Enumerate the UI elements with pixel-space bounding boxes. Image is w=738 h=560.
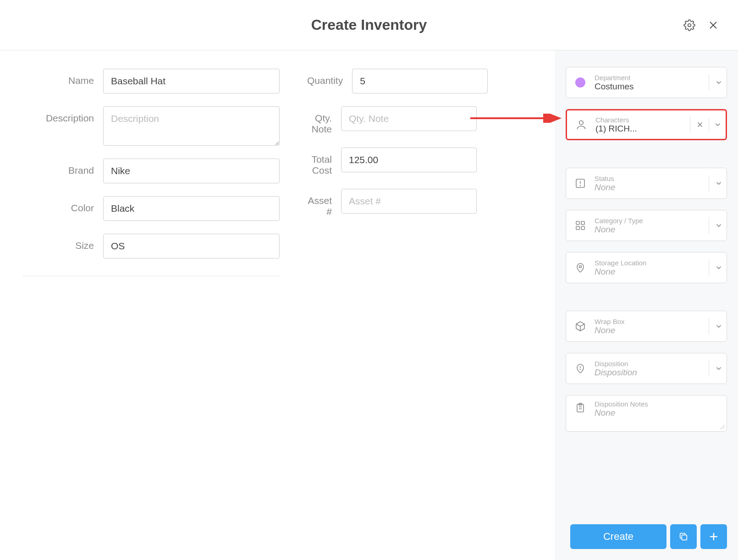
gear-icon[interactable] bbox=[683, 19, 696, 32]
header-actions bbox=[683, 19, 720, 32]
status-value: None bbox=[595, 182, 705, 192]
department-value: Costumes bbox=[595, 82, 705, 92]
modal-header: Create Inventory bbox=[0, 0, 738, 50]
svg-line-21 bbox=[720, 425, 725, 429]
characters-value: (1) RICH... bbox=[595, 124, 686, 134]
chevron-down-icon[interactable] bbox=[714, 178, 724, 188]
wrapbox-label: Wrap Box bbox=[595, 318, 705, 325]
svg-point-8 bbox=[580, 186, 581, 186]
svg-line-22 bbox=[722, 427, 725, 429]
qtynote-input[interactable] bbox=[341, 106, 477, 131]
svg-rect-9 bbox=[576, 221, 579, 225]
quantity-input[interactable] bbox=[352, 69, 488, 93]
footer-actions: Create bbox=[570, 524, 727, 549]
close-icon[interactable] bbox=[707, 19, 720, 32]
category-label: Category / Type bbox=[595, 217, 705, 225]
pin-alert-icon bbox=[573, 361, 588, 376]
size-input[interactable] bbox=[103, 234, 280, 258]
status-selector[interactable]: Status None bbox=[566, 168, 727, 199]
wrapbox-selector[interactable]: Wrap Box None bbox=[566, 311, 727, 342]
grid-icon bbox=[573, 218, 588, 233]
main-form: Name Description Brand Color Size bbox=[0, 50, 555, 560]
svg-point-3 bbox=[579, 121, 584, 125]
category-value: None bbox=[595, 225, 705, 235]
svg-point-13 bbox=[579, 266, 582, 268]
chevron-down-icon[interactable] bbox=[714, 77, 724, 88]
storage-value: None bbox=[595, 267, 705, 277]
storage-selector[interactable]: Storage Location None bbox=[566, 252, 727, 283]
sidebar: Department Costumes Characters (1) RICH.… bbox=[555, 50, 738, 560]
disposition-selector[interactable]: Disposition Disposition bbox=[566, 353, 727, 384]
storage-label: Storage Location bbox=[595, 259, 705, 267]
quantity-label: Quantity bbox=[307, 69, 343, 86]
totalcost-label: Total Cost bbox=[307, 148, 332, 176]
svg-point-0 bbox=[688, 23, 691, 27]
disposition-notes[interactable]: Disposition Notes None bbox=[566, 395, 727, 432]
map-pin-icon bbox=[573, 260, 588, 275]
status-label: Status bbox=[595, 175, 705, 182]
form-col-right: Quantity Qty. Note Total Cost Asset # bbox=[307, 69, 477, 542]
chevron-down-icon[interactable] bbox=[713, 120, 723, 130]
modal-body: Name Description Brand Color Size bbox=[0, 50, 738, 560]
disposition-label: Disposition bbox=[595, 360, 705, 368]
characters-selector[interactable]: Characters (1) RICH... bbox=[566, 109, 727, 140]
chevron-down-icon[interactable] bbox=[714, 363, 724, 373]
name-input[interactable] bbox=[103, 69, 280, 93]
category-selector[interactable]: Category / Type None bbox=[566, 210, 727, 241]
department-dot-icon bbox=[573, 75, 588, 90]
dispnotes-label: Disposition Notes bbox=[595, 400, 724, 408]
brand-label: Brand bbox=[23, 159, 94, 176]
totalcost-input[interactable] bbox=[341, 148, 477, 172]
page-title: Create Inventory bbox=[311, 16, 427, 33]
form-col-left: Name Description Brand Color Size bbox=[23, 69, 280, 542]
dispnotes-value: None bbox=[595, 408, 724, 418]
chevron-down-icon[interactable] bbox=[714, 321, 724, 331]
resize-handle-icon[interactable] bbox=[719, 424, 725, 429]
form-divider bbox=[23, 276, 280, 276]
characters-label: Characters bbox=[595, 116, 686, 124]
name-label: Name bbox=[23, 69, 94, 86]
create-button[interactable]: Create bbox=[570, 524, 666, 549]
svg-point-16 bbox=[580, 369, 581, 370]
department-selector[interactable]: Department Costumes bbox=[566, 67, 727, 98]
svg-rect-23 bbox=[682, 535, 687, 540]
clipboard-icon bbox=[573, 400, 588, 416]
description-input[interactable] bbox=[103, 106, 280, 146]
svg-rect-11 bbox=[576, 226, 579, 230]
department-label: Department bbox=[595, 74, 705, 82]
asset-input[interactable] bbox=[341, 189, 477, 214]
person-icon bbox=[573, 117, 589, 132]
asset-label: Asset # bbox=[307, 189, 332, 217]
clear-icon[interactable] bbox=[695, 120, 705, 130]
svg-rect-10 bbox=[581, 221, 584, 225]
copy-button[interactable] bbox=[670, 524, 697, 549]
chevron-down-icon[interactable] bbox=[714, 220, 724, 231]
qtynote-label: Qty. Note bbox=[307, 106, 332, 135]
size-label: Size bbox=[23, 234, 94, 251]
color-input[interactable] bbox=[103, 196, 280, 221]
wrapbox-value: None bbox=[595, 325, 705, 335]
disposition-value: Disposition bbox=[595, 368, 705, 378]
svg-rect-12 bbox=[581, 226, 584, 230]
color-label: Color bbox=[23, 196, 94, 214]
brand-input[interactable] bbox=[103, 159, 280, 183]
alert-square-icon bbox=[573, 176, 588, 191]
description-label: Description bbox=[23, 106, 94, 124]
chevron-down-icon[interactable] bbox=[714, 263, 724, 273]
add-button[interactable] bbox=[700, 524, 727, 549]
box-icon bbox=[573, 318, 588, 334]
